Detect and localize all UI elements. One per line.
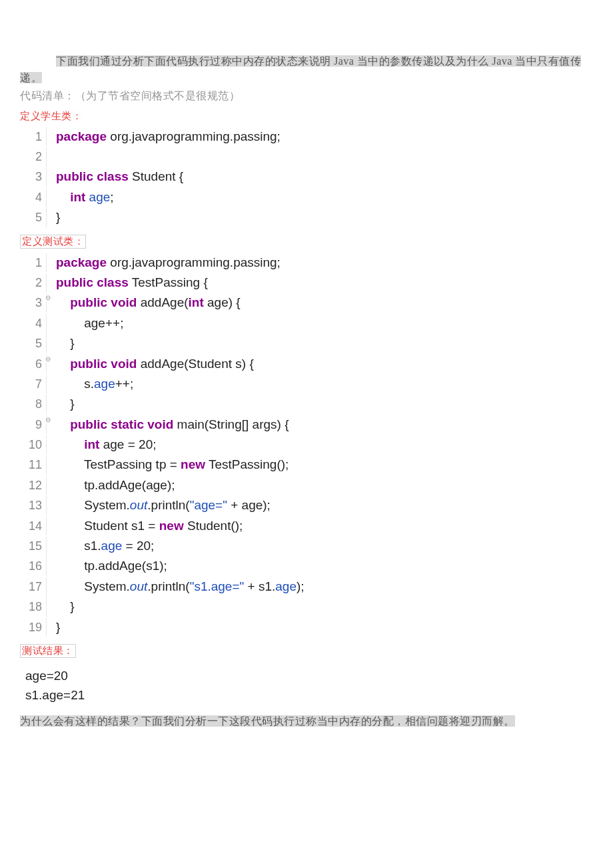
closing-text: 为什么会有这样的结果？下面我们分析一下这段代码执行过称当中内存的分配，相信问题将… <box>20 715 515 727</box>
line-number: 5 <box>20 334 47 353</box>
line-number: 7 <box>20 375 47 394</box>
test-class-label: 定义测试类： <box>20 235 86 249</box>
closing-paragraph: 为什么会有这样的结果？下面我们分析一下这段代码执行过称当中内存的分配，相信问题将… <box>20 715 593 729</box>
result-label: 测试结果： <box>20 644 76 658</box>
line-number: 1 <box>20 253 47 273</box>
line-number: 12 <box>20 476 47 495</box>
line-number: 10 <box>20 435 47 455</box>
line-number: 6 <box>20 355 47 374</box>
line-number: 19 <box>20 618 47 637</box>
intro-text: 下面我们通过分析下面代码执行过称中内存的状态来说明 Java 当中的参数传递以及… <box>20 55 581 83</box>
line-number: 3 <box>20 167 47 187</box>
line-number: 18 <box>20 597 47 617</box>
test-code-block: 1package org.javaprogramming.passing; 2p… <box>20 253 593 637</box>
line-number: 16 <box>20 557 47 576</box>
line-number: 9 <box>20 415 47 435</box>
line-number: 11 <box>20 455 47 475</box>
line-number: 14 <box>20 517 47 536</box>
line-number: 8 <box>20 395 47 414</box>
output-line: s1.age=21 <box>25 685 593 705</box>
intro-paragraph: 下面我们通过分析下面代码执行过称中内存的状态来说明 Java 当中的参数传递以及… <box>20 53 593 87</box>
code-list-note: 代码清单：（为了节省空间格式不是很规范） <box>20 89 593 103</box>
line-number: 2 <box>20 147 47 167</box>
line-number: 5 <box>20 208 47 227</box>
line-number: 17 <box>20 577 47 597</box>
line-number: 4 <box>20 188 47 207</box>
line-number: 4 <box>20 314 47 333</box>
output-line: age=20 <box>25 666 593 685</box>
line-number: 2 <box>20 273 47 293</box>
output-block: age=20 s1.age=21 <box>25 666 593 705</box>
line-number: 3 <box>20 293 47 313</box>
line-number: 15 <box>20 537 47 556</box>
student-class-label: 定义学生类： <box>20 110 82 123</box>
line-number: 1 <box>20 127 47 147</box>
student-code-block: 1package org.javaprogramming.passing; 2 … <box>20 127 593 228</box>
line-number: 13 <box>20 496 47 515</box>
